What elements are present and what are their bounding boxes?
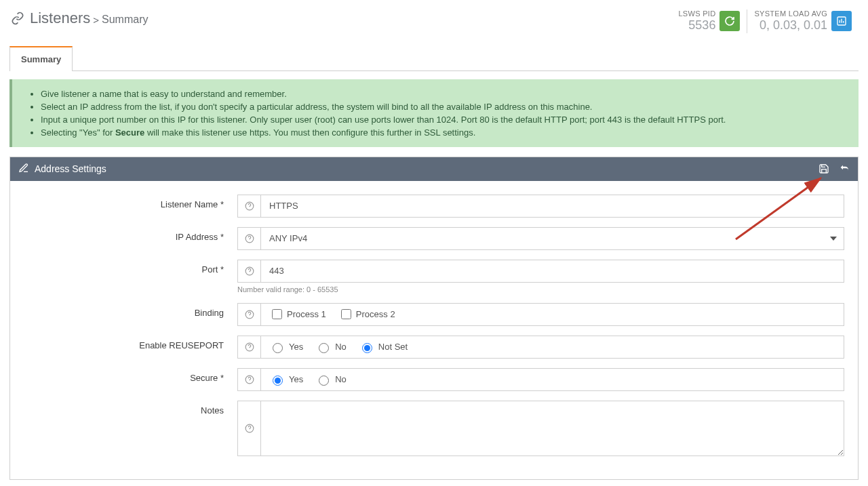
notes-label: Notes [24,401,237,416]
info-bold: Secure [115,127,144,138]
pid-value: 5536 [678,18,715,33]
reuseport-notset-radio[interactable]: Not Set [359,341,408,353]
edit-icon [18,163,35,176]
back-button[interactable] [839,163,850,174]
info-box: Give listener a name that is easy to und… [9,79,859,147]
stats-button[interactable] [831,11,852,31]
help-icon[interactable] [237,401,260,456]
info-line: Selecting "Yes" for Secure will make thi… [41,126,845,139]
breadcrumb-sub: Summary [102,14,148,26]
breadcrumb-separator: > [93,14,99,26]
binding-label: Binding [24,303,237,318]
tab-summary[interactable]: Summary [9,46,73,71]
radio-label: Not Set [378,342,408,352]
page-title: Listeners [30,9,90,27]
port-hint: Number valid range: 0 - 65535 [237,285,844,293]
notes-textarea[interactable] [260,401,844,456]
help-icon[interactable] [237,260,260,283]
checkbox-label: Process 1 [287,309,326,319]
binding-process2-checkbox[interactable]: Process 2 [338,307,395,321]
help-icon[interactable] [237,195,260,218]
radio-label: Yes [289,374,303,384]
info-line: Input a unique port number on this IP fo… [41,113,845,126]
radio-label: No [335,374,347,384]
listener-name-label: Listener Name * [24,195,237,209]
info-line: Select an IP address from the list, if y… [41,100,845,113]
help-icon[interactable] [237,336,260,359]
load-value: 0, 0.03, 0.01 [754,18,827,33]
reuseport-label: Enable REUSEPORT [24,336,237,350]
secure-no-radio[interactable]: No [315,373,347,386]
breadcrumb: Listeners > Summary [9,9,149,27]
panel-title: Address Settings [35,163,106,174]
port-label: Port * [24,260,237,275]
listener-name-input[interactable] [260,195,844,218]
info-text: Selecting "Yes" for [41,127,115,138]
reuseport-no-radio[interactable]: No [315,341,347,353]
port-input[interactable] [260,260,844,283]
address-settings-panel: Address Settings [9,157,859,480]
checkbox-label: Process 2 [356,309,395,319]
reload-button[interactable] [719,11,740,31]
binding-process1-checkbox[interactable]: Process 1 [269,307,326,321]
pid-label: LSWS PID [678,9,715,18]
secure-label: Secure * [24,368,237,383]
help-icon[interactable] [237,303,260,326]
secure-yes-radio[interactable]: Yes [269,373,303,386]
reuseport-yes-radio[interactable]: Yes [269,341,303,353]
info-text: will make this listener use https. You m… [144,127,475,138]
help-icon[interactable] [237,227,260,250]
ip-address-label: IP Address * [24,227,237,242]
ip-address-select[interactable]: ANY IPv4 [260,227,844,250]
save-button[interactable] [818,163,829,174]
help-icon[interactable] [237,368,260,391]
radio-label: Yes [289,342,303,352]
system-stats: LSWS PID 5536 SYSTEM LOAD AVG 0, 0.03, 0… [671,9,859,33]
info-line: Give listener a name that is easy to und… [41,87,845,100]
load-label: SYSTEM LOAD AVG [754,9,827,18]
radio-label: No [335,342,347,352]
link-icon [9,10,26,26]
